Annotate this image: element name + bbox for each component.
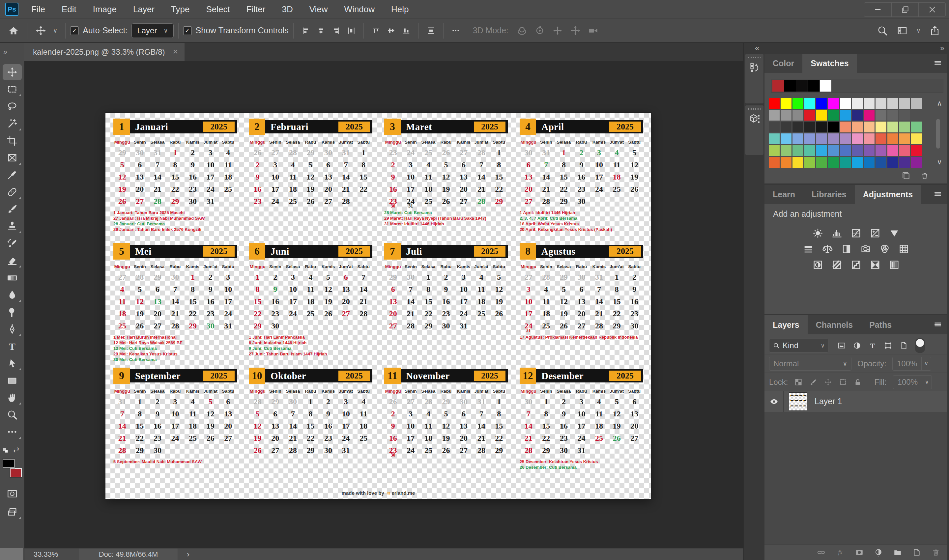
swatch[interactable] (769, 122, 780, 132)
levels-adjustment-icon[interactable] (831, 228, 843, 239)
swatch[interactable] (816, 145, 827, 156)
swatch[interactable] (792, 145, 803, 156)
fill-field[interactable]: 100% ∨ (893, 375, 932, 389)
foreground-color-chip[interactable] (3, 459, 14, 468)
layer-thumbnail[interactable] (789, 392, 807, 411)
swatch[interactable] (804, 122, 815, 132)
swatch[interactable] (864, 110, 875, 120)
swatch[interactable] (899, 134, 910, 144)
swatch[interactable] (781, 134, 792, 144)
default-colors-icon[interactable] (2, 447, 11, 454)
swatch[interactable] (781, 145, 792, 156)
swatch[interactable] (887, 145, 898, 156)
document-tab-close-icon[interactable]: × (173, 48, 178, 56)
add-layer-mask-icon[interactable] (855, 548, 864, 557)
selective-color-adjustment-icon[interactable] (889, 259, 900, 271)
gradient-map-adjustment-icon[interactable] (870, 259, 881, 271)
swatch[interactable] (828, 157, 839, 168)
new-swatch-icon[interactable] (902, 172, 910, 180)
swatch[interactable] (875, 145, 886, 156)
color-balance-adjustment-icon[interactable] (822, 243, 833, 255)
canvas-area[interactable]: 1Januari2025MingguSeninSelasaRabuKamisJu… (25, 61, 743, 548)
channel-mixer-adjustment-icon[interactable] (879, 243, 890, 255)
home-icon[interactable] (5, 25, 22, 36)
swatch[interactable] (804, 157, 815, 168)
swatch[interactable] (864, 134, 875, 144)
swatch[interactable] (828, 110, 839, 120)
rectangle-tool[interactable] (3, 372, 22, 388)
path-select-tool[interactable] (3, 355, 22, 371)
3d-slide-icon[interactable] (567, 25, 584, 36)
black-white-adjustment-icon[interactable] (841, 243, 852, 255)
swatch[interactable] (781, 157, 792, 168)
tab-paths[interactable]: Paths (861, 315, 900, 334)
layer-style-fx-icon[interactable]: fx (836, 548, 844, 557)
expand-panels-icon[interactable]: » (940, 43, 944, 53)
tab-adjustments[interactable]: Adjustments (855, 185, 921, 204)
photo-filter-adjustment-icon[interactable] (860, 243, 871, 255)
restore-button[interactable] (891, 3, 918, 17)
tab-libraries[interactable]: Libraries (803, 185, 855, 204)
swatch[interactable] (828, 122, 839, 132)
type-tool[interactable]: T (3, 338, 22, 354)
panel-menu-icon[interactable] (934, 190, 942, 198)
blur-tool[interactable] (3, 287, 22, 303)
vibrance-adjustment-icon[interactable] (889, 228, 900, 239)
distribute-h-icon[interactable] (344, 26, 359, 35)
align-middle-icon[interactable] (384, 26, 399, 35)
layer-name[interactable]: Layer 1 (815, 397, 842, 406)
swatch[interactable] (875, 98, 886, 109)
curves-adjustment-icon[interactable] (850, 228, 862, 239)
lasso-tool[interactable] (3, 98, 22, 114)
swatch-scrollbar[interactable] (936, 119, 940, 149)
swatch[interactable] (887, 110, 898, 120)
panel-menu-icon[interactable] (934, 320, 942, 329)
zoom-level-field[interactable]: 33.33% (25, 550, 66, 559)
swatch[interactable] (816, 122, 827, 132)
crop-tool[interactable] (3, 133, 22, 149)
show-transform-checkbox[interactable]: ✓ (183, 26, 192, 35)
3d-camera-icon[interactable] (584, 25, 602, 36)
swatch[interactable] (840, 157, 851, 168)
swatch[interactable] (828, 98, 839, 109)
swatch[interactable] (769, 98, 780, 109)
menu-item-window[interactable]: Window (336, 0, 383, 18)
menu-item-select[interactable]: Select (198, 0, 238, 18)
link-layers-icon[interactable] (817, 548, 826, 557)
search-icon[interactable] (877, 25, 888, 36)
delete-swatch-icon[interactable] (920, 172, 929, 180)
lock-pixels-icon[interactable] (809, 378, 818, 386)
filter-image-layers-icon[interactable] (837, 341, 846, 350)
invert-adjustment-icon[interactable] (812, 259, 823, 271)
recent-swatch[interactable] (784, 80, 796, 92)
swatch[interactable] (852, 134, 863, 144)
minimize-button[interactable] (864, 3, 891, 17)
swatch[interactable] (911, 98, 922, 109)
swatch[interactable] (875, 157, 886, 168)
ellipsis-tool[interactable] (3, 424, 22, 440)
recent-swatch[interactable] (808, 80, 820, 92)
swatch[interactable] (864, 157, 875, 168)
history-brush-tool[interactable] (3, 235, 22, 251)
swatch[interactable] (804, 134, 815, 144)
hue-saturation-adjustment-icon[interactable] (803, 243, 814, 255)
swatch[interactable] (864, 122, 875, 132)
doc-size-field[interactable]: Doc: 49.8M/66.4M (79, 548, 178, 560)
frame-tool[interactable] (3, 150, 22, 166)
move-tool[interactable] (3, 64, 22, 80)
rect-marquee-tool[interactable] (3, 82, 22, 97)
recent-swatch[interactable] (820, 80, 831, 92)
threshold-adjustment-icon[interactable] (850, 259, 862, 271)
swatch[interactable] (899, 110, 910, 120)
swatch[interactable] (887, 157, 898, 168)
close-button[interactable] (918, 3, 945, 17)
filter-shape-layers-icon[interactable] (884, 341, 892, 350)
posterize-adjustment-icon[interactable] (831, 259, 843, 271)
swatch[interactable] (781, 122, 792, 132)
healing-brush-tool[interactable] (3, 184, 22, 200)
history-panel-icon[interactable] (746, 62, 764, 77)
menu-item-image[interactable]: Image (85, 0, 125, 18)
auto-select-target-dropdown[interactable]: Layer ∨ (131, 23, 173, 38)
gradient-tool[interactable] (3, 270, 22, 286)
swatch[interactable] (911, 110, 922, 120)
